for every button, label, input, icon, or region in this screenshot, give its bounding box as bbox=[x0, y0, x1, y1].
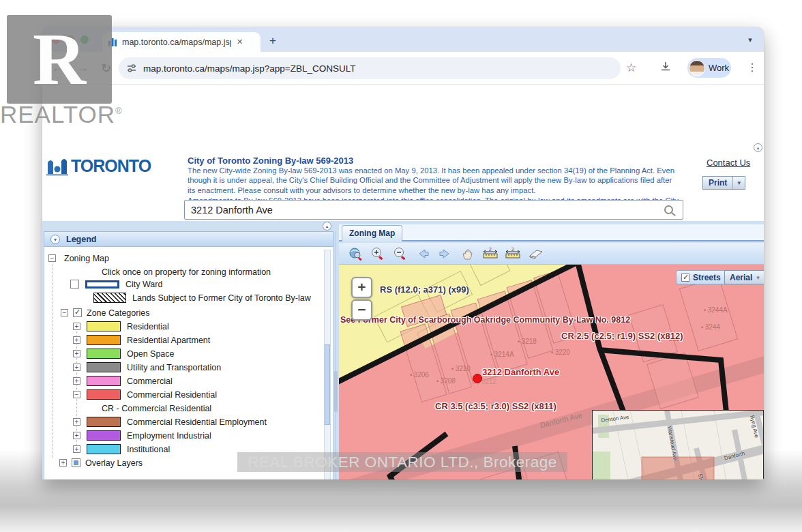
tree-item-city-ward[interactable]: City Ward bbox=[70, 278, 162, 290]
aerial-dropdown[interactable]: Aerial ▾ bbox=[724, 270, 764, 284]
tree-item-category[interactable]: + Open Space bbox=[73, 348, 175, 359]
zoom-in-icon[interactable] bbox=[370, 246, 386, 261]
zone-label-cr35: CR 3.5 (c3.5; r3.0) SS2 (x811) bbox=[435, 401, 556, 411]
expand-plus-icon[interactable]: + bbox=[59, 459, 67, 467]
new-tab-button[interactable]: + bbox=[269, 34, 276, 48]
category-swatch bbox=[87, 335, 121, 345]
profile-chip[interactable]: Work bbox=[687, 58, 731, 78]
category-label: Commercial Residential Employment bbox=[127, 417, 267, 427]
tree-item-category[interactable]: − Commercial Residential bbox=[73, 389, 217, 400]
map-zoom-out-button[interactable]: − bbox=[351, 299, 372, 321]
search-result-marker[interactable] bbox=[473, 374, 482, 383]
url-bar[interactable]: map.toronto.ca/maps/map.jsp?app=ZBL_CONS… bbox=[119, 57, 621, 79]
legend-header[interactable]: ▾ Legend bbox=[44, 231, 333, 247]
panel-resize-handle[interactable] bbox=[334, 371, 338, 412]
tab-strip: map.toronto.ca/maps/map.jsp ✕ + ▾ bbox=[42, 27, 764, 52]
tab-search-chevron-icon[interactable]: ▾ bbox=[743, 33, 757, 46]
expand-plus-icon[interactable]: + bbox=[73, 350, 80, 357]
expand-plus-icon[interactable]: + bbox=[73, 445, 80, 453]
expand-plus-icon[interactable]: + bbox=[73, 418, 80, 426]
tab-zoning-map[interactable]: Zoning Map bbox=[342, 225, 402, 241]
measure-area-icon[interactable]: 2 bbox=[505, 246, 521, 261]
tree-item-category[interactable]: + Employment Industrial bbox=[73, 430, 211, 441]
previous-extent-icon[interactable] bbox=[415, 246, 431, 261]
avatar bbox=[689, 60, 705, 76]
legend-scrollbar[interactable] bbox=[324, 250, 331, 479]
aerial-label: Aerial bbox=[730, 273, 752, 282]
zone-label-scarborough: See Former City of Scarborough Oakridge … bbox=[340, 315, 630, 325]
browser-toolbar: ← → ↻ map.toronto.ca/maps/map.jsp?app=ZB… bbox=[42, 52, 764, 85]
site-settings-icon[interactable] bbox=[127, 63, 136, 73]
expand-plus-icon[interactable]: + bbox=[73, 432, 80, 439]
tree-item-category[interactable]: + Institutional bbox=[73, 443, 170, 455]
tree-item-zone-categories[interactable]: − Zone Categories bbox=[61, 307, 149, 319]
tree-item-category[interactable]: + Residential bbox=[73, 321, 169, 332]
expand-plus-icon[interactable]: + bbox=[73, 364, 80, 371]
browser-menu-icon[interactable]: ⋮ bbox=[747, 61, 758, 74]
next-extent-icon[interactable] bbox=[437, 246, 454, 261]
collapse-panel-icon[interactable]: ▴ bbox=[323, 222, 331, 231]
print-button-label[interactable]: Print bbox=[703, 177, 732, 189]
parcel-number: 3208 bbox=[436, 377, 456, 385]
tree-item-category[interactable]: + Commercial bbox=[73, 375, 173, 387]
lands-label: Lands Subject to Former City of Toronto … bbox=[132, 293, 311, 303]
contact-us-link[interactable]: Contact Us bbox=[707, 158, 750, 168]
map-toolbar: 2 2 bbox=[339, 243, 764, 265]
bookmark-star-icon[interactable]: ☆ bbox=[626, 61, 636, 75]
tree-item-category[interactable]: + Utility and Transportation bbox=[73, 361, 221, 373]
zone-label-rs: RS (f12.0; a371) (x99) bbox=[380, 284, 469, 295]
overlay-layers-checkbox[interactable] bbox=[72, 458, 80, 467]
svg-text:2: 2 bbox=[511, 247, 514, 252]
expand-plus-icon[interactable]: + bbox=[73, 323, 80, 330]
browser-tab[interactable]: map.toronto.ca/maps/map.jsp ✕ bbox=[102, 32, 261, 52]
category-label: Commercial Residential bbox=[127, 390, 217, 400]
overview-inset-map[interactable]: Denton Ave Wanstead Ave Byng Ave Danfort… bbox=[592, 410, 764, 479]
expand-plus-icon[interactable]: + bbox=[73, 336, 80, 344]
collapse-expander-icon[interactable]: − bbox=[61, 309, 68, 316]
city-ward-swatch bbox=[85, 280, 119, 289]
tree-item-overlay-layers[interactable]: + Overlay Layers bbox=[59, 457, 143, 469]
category-label: Employment Industrial bbox=[127, 431, 211, 441]
zoom-full-extent-icon[interactable] bbox=[347, 246, 363, 261]
zone-categories-checkbox[interactable] bbox=[73, 308, 82, 317]
parcel-number: 3210 bbox=[451, 365, 471, 372]
category-label: Institutional bbox=[127, 445, 170, 454]
tree-item-cr-child[interactable]: CR - Commercial Residential bbox=[102, 402, 211, 414]
expand-plus-icon[interactable]: + bbox=[73, 377, 80, 385]
tree-item-lands: Lands Subject to Former City of Toronto … bbox=[93, 292, 311, 304]
category-swatch bbox=[87, 389, 121, 400]
zoning-map-label: Zoning Map bbox=[64, 254, 109, 263]
realtor-brand: REALTOR bbox=[0, 101, 115, 128]
marker-label: 3212 Danforth Ave bbox=[482, 367, 559, 377]
pan-hand-icon[interactable] bbox=[460, 246, 476, 261]
category-label: Commercial bbox=[127, 376, 173, 386]
parcel-number: 3214A bbox=[490, 351, 514, 358]
eraser-icon[interactable] bbox=[527, 246, 544, 261]
print-button[interactable]: Print ▾ bbox=[702, 176, 745, 190]
city-ward-checkbox[interactable] bbox=[70, 280, 79, 289]
download-icon[interactable] bbox=[659, 61, 672, 73]
search-icon[interactable] bbox=[664, 205, 673, 214]
tree-item-zoning-map[interactable]: − Zoning Map bbox=[48, 252, 109, 264]
streets-checkbox[interactable] bbox=[681, 274, 689, 282]
print-dropdown-arrow-icon[interactable]: ▾ bbox=[732, 177, 745, 189]
parcel-number: 3218 bbox=[518, 338, 537, 345]
zoom-out-icon[interactable] bbox=[392, 246, 409, 261]
tree-item-category[interactable]: + Commercial Residential Employment bbox=[73, 416, 267, 428]
collapse-expander-icon[interactable]: − bbox=[73, 391, 80, 398]
parcel-number: 3220 bbox=[551, 349, 570, 356]
search-input[interactable] bbox=[185, 205, 664, 216]
city-ward-label: City Ward bbox=[125, 280, 162, 289]
measure-distance-icon[interactable]: 2 bbox=[482, 246, 499, 261]
collapse-expander-icon[interactable]: − bbox=[48, 254, 56, 262]
collapse-header-icon[interactable]: ▴ bbox=[754, 143, 762, 152]
streets-toggle[interactable]: Streets bbox=[676, 270, 726, 284]
legend-scrollbar-thumb[interactable] bbox=[325, 344, 330, 425]
map-zoom-in-button[interactable]: + bbox=[351, 277, 372, 298]
brokerage-watermark: REAL BROKER ONTARIO LTD., Brokerage bbox=[237, 452, 567, 472]
tree-item-category[interactable]: + Residential Apartment bbox=[73, 334, 210, 346]
map-viewport[interactable]: RS (f12.0; a371) (x99) See Former City o… bbox=[339, 265, 764, 479]
tab-close-icon[interactable]: ✕ bbox=[237, 38, 243, 46]
legend-collapse-icon[interactable]: ▾ bbox=[50, 235, 60, 244]
tab-title: map.toronto.ca/maps/map.jsp bbox=[122, 38, 231, 47]
